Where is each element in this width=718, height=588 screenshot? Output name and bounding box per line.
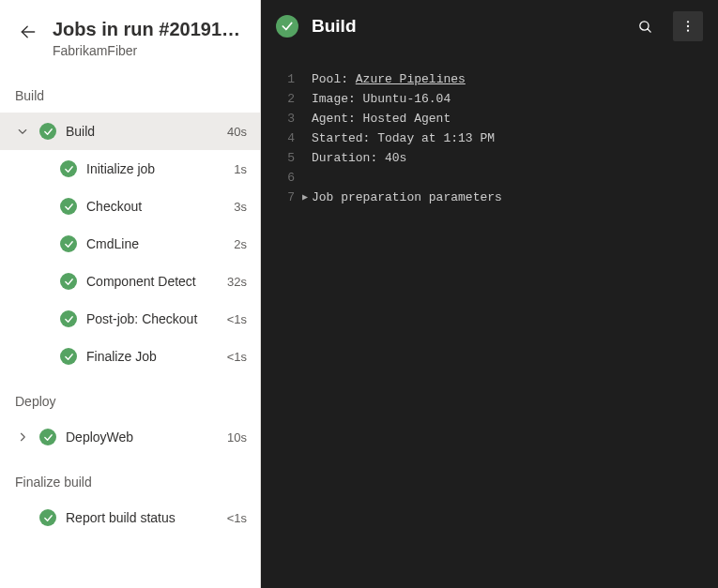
chevron-down-icon[interactable] xyxy=(15,124,30,139)
line-number: 4 xyxy=(272,128,298,148)
step-name: Post-job: Checkout xyxy=(86,311,218,326)
sidebar-header: Jobs in run #20191… FabrikamFiber xyxy=(0,0,260,69)
success-icon xyxy=(276,15,298,38)
line-number: 1 xyxy=(272,69,298,89)
step-duration: 1s xyxy=(234,162,247,176)
log-text: Duration: 40s xyxy=(312,148,707,168)
step-row[interactable]: Post-job: Checkout<1s xyxy=(0,300,260,338)
line-number: 7 xyxy=(272,188,298,207)
step-duration: 32s xyxy=(227,275,247,289)
detail-pane: Build 1Pool: Azure Pipelines2Image: Ubun… xyxy=(261,0,718,588)
step-name: Component Detect xyxy=(86,274,218,289)
success-icon xyxy=(39,509,56,526)
log-line: 7▶Job preparation parameters xyxy=(261,188,718,207)
job-duration: <1s xyxy=(227,511,247,525)
log-line: 5Duration: 40s xyxy=(261,148,718,168)
log-line: 2Image: Ubuntu-16.04 xyxy=(261,89,718,109)
success-icon xyxy=(60,348,77,365)
log-viewer[interactable]: 1Pool: Azure Pipelines2Image: Ubuntu-16.… xyxy=(261,53,718,588)
search-button[interactable] xyxy=(630,11,660,41)
success-icon xyxy=(39,123,56,140)
more-actions-button[interactable] xyxy=(673,11,703,41)
step-row[interactable]: Checkout3s xyxy=(0,188,260,225)
line-number: 6 xyxy=(272,168,298,188)
success-icon xyxy=(60,198,77,215)
fold-toggle[interactable]: ▶ xyxy=(298,188,312,207)
success-icon xyxy=(60,310,77,327)
log-text: Pool: Azure Pipelines xyxy=(312,69,707,89)
step-name: Initialize job xyxy=(86,161,224,176)
step-name: Finalize Job xyxy=(86,349,218,364)
job-duration: 10s xyxy=(227,430,247,445)
chevron-right-icon[interactable] xyxy=(15,430,30,445)
svg-point-5 xyxy=(687,30,689,32)
step-row[interactable]: Finalize Job<1s xyxy=(0,338,260,375)
job-row[interactable]: DeployWeb10s xyxy=(0,418,260,456)
step-row[interactable]: Initialize job1s xyxy=(0,150,260,188)
stage-label: Deploy xyxy=(0,375,260,418)
log-text: Job preparation parameters xyxy=(312,188,707,207)
log-text: Started: Today at 1:13 PM xyxy=(312,128,707,148)
sidebar: Jobs in run #20191… FabrikamFiber BuildB… xyxy=(0,0,261,588)
stage-label: Finalize build xyxy=(0,456,260,499)
job-name: Report build status xyxy=(66,510,218,525)
job-tree[interactable]: BuildBuild40sInitialize job1sCheckout3sC… xyxy=(0,69,260,588)
detail-title: Build xyxy=(312,16,617,37)
step-duration: <1s xyxy=(227,312,247,326)
step-name: Checkout xyxy=(86,199,224,214)
success-icon xyxy=(60,160,77,177)
log-line: 6 xyxy=(261,168,718,188)
step-row[interactable]: CmdLine2s xyxy=(0,225,260,263)
job-row[interactable]: Report build status<1s xyxy=(0,499,260,536)
log-text: Image: Ubuntu-16.04 xyxy=(312,89,707,109)
step-duration: <1s xyxy=(227,350,247,364)
success-icon xyxy=(60,273,77,290)
job-name: DeployWeb xyxy=(66,430,218,445)
log-line: 4Started: Today at 1:13 PM xyxy=(261,128,718,148)
back-icon[interactable] xyxy=(17,21,39,43)
success-icon xyxy=(60,235,77,252)
log-line: 3Agent: Hosted Agent xyxy=(261,109,718,128)
line-number: 3 xyxy=(272,109,298,128)
log-text: Agent: Hosted Agent xyxy=(312,109,707,128)
page-subtitle: FabrikamFiber xyxy=(53,43,245,58)
detail-header: Build xyxy=(261,0,718,53)
line-number: 2 xyxy=(272,89,298,109)
step-duration: 2s xyxy=(234,237,247,251)
step-name: CmdLine xyxy=(86,236,224,251)
step-row[interactable]: Component Detect32s xyxy=(0,263,260,300)
log-line: 1Pool: Azure Pipelines xyxy=(261,69,718,89)
svg-line-2 xyxy=(647,28,649,31)
job-row[interactable]: Build40s xyxy=(0,113,260,150)
stage-label: Build xyxy=(0,69,260,113)
job-name: Build xyxy=(66,124,218,139)
step-duration: 3s xyxy=(234,200,247,214)
svg-point-4 xyxy=(687,25,689,27)
line-number: 5 xyxy=(272,148,298,168)
page-title: Jobs in run #20191… xyxy=(53,17,245,41)
success-icon xyxy=(39,429,56,445)
job-duration: 40s xyxy=(227,125,247,139)
svg-point-3 xyxy=(687,21,689,23)
